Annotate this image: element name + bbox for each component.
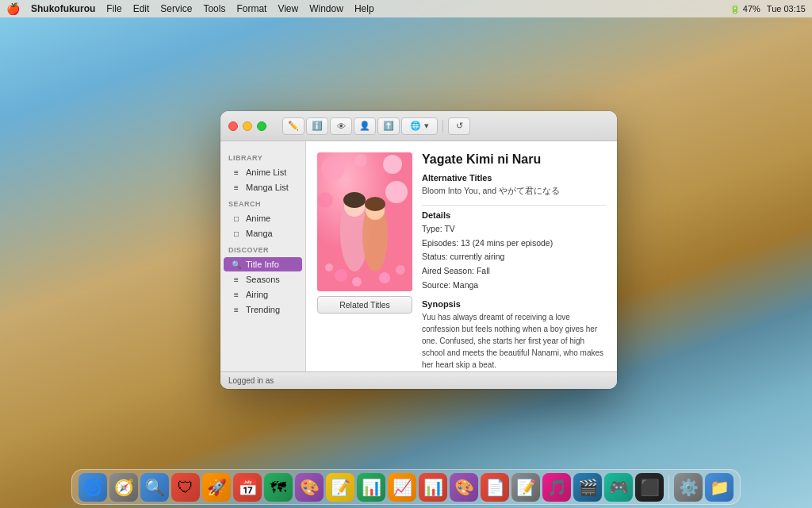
menubar: 🍎 Shukofukurou File Edit Service Tools F…: [0, 0, 812, 17]
svg-point-3: [317, 192, 333, 208]
menubar-icons: 🔋 47%: [730, 4, 760, 14]
detail-status: Status: currently airing: [422, 250, 606, 264]
status-bar: Logged in as: [220, 371, 617, 389]
dock-safari[interactable]: 🔍: [140, 473, 169, 502]
sidebar-item-trending[interactable]: ≡ Trending: [224, 302, 302, 317]
menubar-time: Tue 03:15: [767, 4, 806, 13]
search-icon: 🔍: [232, 260, 241, 269]
seasons-icon: ≡: [232, 275, 241, 284]
airing-icon: ≡: [232, 291, 241, 299]
menu-edit[interactable]: Edit: [133, 3, 150, 14]
menu-view[interactable]: View: [278, 3, 298, 14]
toolbar-globe-button[interactable]: 🌐 ▾: [401, 117, 438, 135]
dock-divider: [668, 475, 669, 499]
menu-format[interactable]: Format: [236, 3, 266, 14]
svg-point-16: [396, 265, 405, 275]
menu-help[interactable]: Help: [354, 3, 374, 14]
menu-file[interactable]: File: [106, 3, 121, 14]
close-button[interactable]: [228, 121, 238, 131]
svg-point-11: [365, 197, 385, 211]
sidebar-trending-label: Trending: [246, 305, 280, 314]
sidebar-item-manga-list[interactable]: ≡ Manga List: [224, 180, 302, 194]
dock-notes[interactable]: 📝: [326, 473, 354, 502]
detail-episodes: Episodes: 13 (24 mins per episode): [422, 237, 606, 251]
svg-point-15: [325, 264, 333, 271]
dock-rocket[interactable]: 🚀: [202, 473, 231, 502]
app-window: ✏️ ℹ️ 👁 👤 ⬆️ 🌐 ▾ ↺ LIBRARY ≡ Anime List: [220, 111, 617, 389]
menu-tools[interactable]: Tools: [203, 3, 225, 14]
dock-finder[interactable]: 🌀: [79, 473, 107, 502]
toolbar-user-button[interactable]: 👤: [354, 117, 376, 135]
details-heading: Details: [422, 210, 606, 220]
sidebar: LIBRARY ≡ Anime List ≡ Manga List SEARCH…: [220, 141, 306, 371]
dock-acrobat[interactable]: 📄: [481, 473, 509, 502]
svg-point-2: [383, 155, 402, 174]
dock-type[interactable]: 📝: [511, 473, 540, 502]
sidebar-item-anime-list[interactable]: ≡ Anime List: [224, 165, 302, 179]
info-section: Yagate Kimi ni Naru Alternative Titles B…: [422, 152, 606, 371]
menubar-right: 🔋 47% Tue 03:15: [730, 4, 806, 14]
synopsis-heading: Synopsis: [422, 299, 606, 309]
dock-calendar[interactable]: 📅: [233, 473, 262, 502]
related-titles-button[interactable]: Related Titles: [317, 296, 412, 314]
cover-art-svg: [317, 152, 412, 291]
dock-excel[interactable]: 📈: [388, 473, 416, 502]
dock-ps[interactable]: 🎨: [450, 473, 478, 502]
svg-point-4: [385, 181, 408, 203]
dock-finder-2[interactable]: 📁: [705, 473, 733, 502]
dock-game[interactable]: 🎮: [604, 473, 633, 502]
sidebar-item-search-manga[interactable]: □ Manga: [224, 226, 302, 241]
toolbar: ✏️ ℹ️ 👁 👤 ⬆️ 🌐 ▾ ↺: [282, 117, 470, 135]
trending-icon: ≡: [232, 306, 241, 314]
minimize-button[interactable]: [243, 121, 252, 131]
sidebar-item-airing[interactable]: ≡ Airing: [224, 287, 302, 302]
svg-point-5: [354, 154, 367, 167]
dock-settings[interactable]: ⚙️: [674, 473, 703, 502]
maximize-button[interactable]: [257, 121, 266, 131]
dock-maps[interactable]: 🗺: [264, 473, 293, 502]
dock-terminal[interactable]: ⬛: [635, 473, 664, 502]
sidebar-item-seasons[interactable]: ≡ Seasons: [224, 272, 302, 287]
sidebar-search-label: SEARCH: [220, 195, 305, 210]
toolbar-edit-button[interactable]: ✏️: [282, 117, 304, 135]
dock-video[interactable]: 🎬: [573, 473, 602, 502]
toolbar-view-button[interactable]: 👁: [330, 117, 352, 135]
toolbar-share-button[interactable]: ⬆️: [377, 117, 400, 135]
app-name[interactable]: Shukofukurou: [31, 3, 95, 14]
desktop: 🍎 Shukofukurou File Edit Service Tools F…: [0, 0, 812, 508]
sidebar-title-info-label: Title Info: [246, 260, 279, 269]
toolbar-info-button[interactable]: ℹ️: [306, 117, 328, 135]
menu-window[interactable]: Window: [309, 3, 343, 14]
sidebar-item-title-info[interactable]: 🔍 Title Info: [224, 257, 302, 271]
sidebar-manga-list-label: Manga List: [246, 183, 289, 192]
detail-aired: Aired Season: Fall: [422, 264, 606, 279]
dock-launchpad[interactable]: 🧭: [109, 473, 138, 502]
sidebar-item-search-anime[interactable]: □ Anime: [224, 211, 302, 225]
window-body: LIBRARY ≡ Anime List ≡ Manga List SEARCH…: [220, 141, 617, 371]
title-section: Related Titles Yagate Kimi ni Naru Alter…: [317, 152, 606, 371]
dock-shield[interactable]: 🛡: [171, 473, 200, 502]
cover-image-inner: [317, 152, 412, 291]
dock-puzzle[interactable]: 🎨: [295, 473, 324, 502]
menubar-left: 🍎 Shukofukurou File Edit Service Tools F…: [6, 2, 374, 15]
svg-point-8: [343, 192, 366, 208]
dock-ppt[interactable]: 📊: [419, 473, 447, 502]
menu-service[interactable]: Service: [160, 3, 192, 14]
svg-point-14: [379, 272, 390, 283]
sidebar-airing-label: Airing: [246, 290, 268, 299]
toolbar-refresh-button[interactable]: ↺: [448, 117, 470, 135]
cover-image: [317, 152, 412, 291]
square-icon-2: □: [232, 229, 241, 238]
svg-point-13: [352, 277, 362, 287]
dock-music[interactable]: 🎵: [542, 473, 571, 502]
svg-point-12: [335, 269, 347, 282]
list-icon: ≡: [232, 168, 241, 177]
apple-icon[interactable]: 🍎: [6, 2, 20, 15]
sidebar-library-label: LIBRARY: [220, 149, 305, 164]
synopsis-body: Yuu has always dreamt of receiving a lov…: [422, 313, 603, 369]
sidebar-search-manga-label: Manga: [246, 229, 273, 238]
details-text: Type: TV Episodes: 13 (24 mins per episo…: [422, 222, 606, 293]
logged-in-text: Logged in as: [228, 376, 274, 385]
detail-source: Source: Manga: [422, 279, 606, 293]
dock-word[interactable]: 📊: [357, 473, 385, 502]
